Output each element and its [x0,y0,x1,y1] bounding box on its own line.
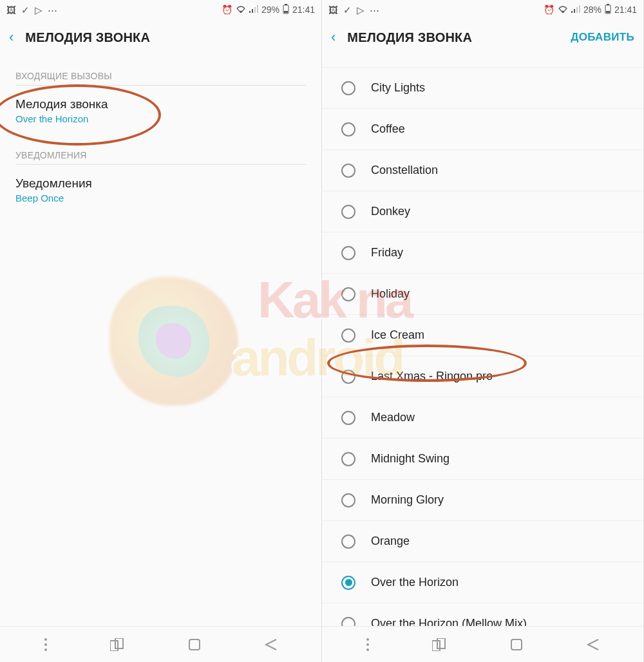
nav-home-icon[interactable] [188,638,201,651]
nav-recents-icon[interactable] [432,638,448,651]
radio-button[interactable] [341,246,355,260]
radio-button[interactable] [341,164,355,178]
radio-button[interactable] [341,205,355,219]
ringtone-setting-item[interactable]: Мелодия звонка Over the Horizon [0,86,321,135]
nav-more-icon[interactable] [366,638,370,652]
back-icon[interactable]: ‹ [331,29,336,46]
settings-content: ВХОДЯЩИЕ ВЫЗОВЫ Мелодия звонка Over the … [0,55,321,626]
svg-rect-4 [257,5,258,13]
svg-rect-16 [574,9,575,13]
ringtone-list[interactable]: City LightsCoffeeConstellationDonkeyFrid… [322,55,643,626]
list-item[interactable]: Coffee [322,109,643,150]
check-icon: ✓ [21,5,30,15]
status-left-icons: 🖼 ✓ ▷ ⋯ [6,5,57,15]
svg-point-22 [366,638,369,641]
svg-point-10 [44,648,47,651]
radio-button[interactable] [341,81,355,95]
ringtone-label: Morning Glory [371,493,444,507]
list-item[interactable]: Ice Cream [322,315,643,356]
list-item[interactable]: Midnight Swing [322,439,643,480]
nav-back-icon[interactable] [585,638,600,651]
status-left-icons: 🖼 ✓ ▷ ⋯ [328,5,379,15]
ringtone-label: Donkey [371,205,410,218]
wifi-icon [236,5,246,14]
screen-left-settings: 🖼 ✓ ▷ ⋯ ⏰ 29% 21:41 ‹ МЕЛОДИЯ ЗВОНКА ВХО… [0,0,322,662]
nav-bar [0,626,321,662]
ringtone-setting-value: Over the Horizon [15,113,306,124]
radio-button[interactable] [341,328,355,343]
back-icon[interactable]: ‹ [9,29,14,46]
radio-button[interactable] [341,287,355,301]
radio-button[interactable] [341,452,355,466]
ringtone-label: Ice Cream [371,328,424,342]
signal-icon [249,5,258,14]
list-item[interactable]: Friday [322,232,643,274]
ringtone-label: Constellation [371,164,438,177]
svg-rect-2 [252,9,253,13]
status-bar: 🖼 ✓ ▷ ⋯ ⏰ 29% 21:41 [0,0,321,19]
svg-point-14 [562,11,564,13]
svg-point-23 [366,643,369,646]
svg-rect-3 [254,7,256,13]
list-item[interactable]: Over the Horizon [322,562,643,603]
ringtone-label: Orange [371,534,410,548]
radio-button[interactable] [341,411,355,425]
nav-bar [322,626,643,662]
status-right-icons: ⏰ 29% 21:41 [222,4,315,15]
svg-point-8 [44,638,47,641]
play-icon: ▷ [35,5,43,15]
ringtone-label: Holiday [371,287,410,301]
status-bar: 🖼 ✓ ▷ ⋯ ⏰ 28% 21:41 [322,0,643,19]
notification-setting-title: Уведомления [15,176,306,191]
battery-icon [283,4,289,15]
nav-more-icon[interactable] [44,638,48,652]
radio-button[interactable] [341,576,355,590]
list-item[interactable]: Holiday [322,274,643,315]
ringtone-label: Meadow [371,411,415,424]
nav-recents-icon[interactable] [110,638,126,651]
ringtone-label: Last Xmas - Ringon.pro [371,370,493,383]
svg-rect-26 [437,638,445,648]
radio-button[interactable] [341,534,355,549]
list-item[interactable]: Last Xmas - Ringon.pro [322,356,643,397]
nav-home-icon[interactable] [510,638,523,651]
list-item[interactable]: Morning Glory [322,480,643,521]
ringtone-label: Coffee [371,122,405,136]
more-icon: ⋯ [48,5,57,15]
battery-icon [605,4,611,15]
list-item[interactable] [322,55,643,68]
add-button[interactable]: ДОБАВИТЬ [571,31,634,44]
svg-rect-12 [115,638,123,648]
ringtone-label: Over the Horizon [371,576,459,589]
clock-time: 21:41 [614,5,637,15]
ringtone-label: Midnight Swing [371,452,450,466]
notification-setting-item[interactable]: Уведомления Beep Once [0,165,321,214]
svg-point-24 [366,648,369,651]
page-title: МЕЛОДИЯ ЗВОНКА [347,30,472,45]
list-item[interactable]: Donkey [322,191,643,232]
radio-button[interactable] [341,493,355,507]
list-item[interactable]: Over the Horizon (Mellow Mix) [322,603,643,626]
signal-icon [571,5,580,14]
svg-rect-18 [579,5,580,13]
svg-point-0 [240,11,242,13]
notification-setting-value: Beep Once [15,193,306,203]
ringtone-setting-title: Мелодия звонка [15,97,306,111]
svg-rect-1 [249,11,251,13]
svg-rect-15 [571,11,573,13]
radio-button[interactable] [341,617,355,627]
svg-rect-6 [285,4,287,5]
wifi-icon [558,5,568,14]
page-title: МЕЛОДИЯ ЗВОНКА [25,30,150,45]
svg-rect-20 [607,4,609,5]
list-item[interactable]: Orange [322,521,643,562]
radio-button[interactable] [341,370,355,384]
list-item[interactable]: Constellation [322,150,643,191]
list-item[interactable]: Meadow [322,397,643,439]
svg-rect-11 [110,641,118,651]
list-item[interactable]: City Lights [322,68,643,109]
gallery-icon: 🖼 [328,5,338,15]
nav-back-icon[interactable] [263,638,278,651]
radio-button[interactable] [341,122,355,137]
ringtone-label: Friday [371,246,403,260]
